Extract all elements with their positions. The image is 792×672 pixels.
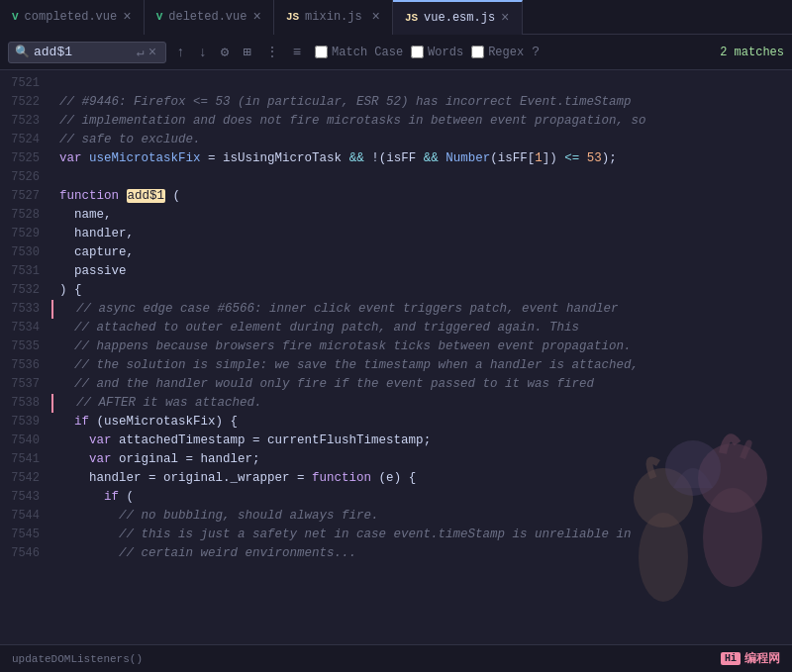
vue-icon-deleted: V	[156, 11, 163, 23]
status-right: Hi 编程网	[721, 650, 780, 667]
highlight-token: add$1	[127, 189, 166, 203]
tab-vue-esm-close[interactable]: ×	[501, 11, 509, 25]
cmt-token: // async edge case #6566: inner click ev…	[61, 302, 619, 316]
kw-token: function	[312, 471, 371, 485]
line-number-7545: 7545	[0, 526, 40, 544]
code-line-7536: // the solution is simple: we save the t…	[51, 356, 792, 375]
cmt-token: // AFTER it was attached.	[61, 396, 262, 410]
cmt-token: // safe to exclude.	[59, 133, 201, 146]
search-icon: 🔍	[15, 45, 30, 59]
vue-icon-completed: V	[12, 11, 19, 23]
line-number-7532: 7532	[0, 281, 40, 300]
line-number-7541: 7541	[0, 450, 40, 469]
fn-token: Number	[446, 151, 490, 165]
tab-completed-label: completed.vue	[25, 10, 118, 24]
line-number-7531: 7531	[0, 262, 40, 281]
line-number-7534: 7534	[0, 319, 40, 337]
line-number-7539: 7539	[0, 413, 40, 432]
tab-deleted-close[interactable]: ×	[252, 10, 260, 24]
line-number-7542: 7542	[0, 469, 40, 488]
var-name-token: original	[119, 452, 178, 466]
op-token: &&	[424, 151, 439, 165]
code-line-7541: var original = handler;	[51, 450, 792, 469]
words-checkbox[interactable]	[411, 46, 424, 58]
match-case-checkbox[interactable]	[315, 46, 328, 58]
code-line-7545: // this is just a safety net in case eve…	[51, 526, 792, 544]
search-input-wrapper: 🔍 ↵ ×	[8, 42, 166, 63]
search-settings-button[interactable]: ⚙	[217, 42, 233, 62]
cmt-token: // this is just a safety net in case eve…	[59, 528, 632, 541]
search-next-button[interactable]: ↓	[194, 43, 210, 62]
search-bar: 🔍 ↵ × ↑ ↓ ⚙ ⊞ ⋮ ≡ Match Case Words Regex…	[0, 35, 792, 70]
line-number-7533: 7533	[0, 300, 40, 319]
match-case-label: Match Case	[332, 46, 403, 59]
cmt-token: // happens because browsers fire microta…	[59, 339, 632, 353]
tab-completed[interactable]: V completed.vue ×	[0, 0, 145, 35]
search-extra-button[interactable]: ≡	[289, 43, 305, 62]
tab-mixin[interactable]: JS mixin.js ×	[274, 0, 393, 35]
cmt-token: // #9446: Firefox <= 53 (in particular, …	[59, 95, 632, 109]
line-number-7537: 7537	[0, 375, 40, 394]
code-line-7540: var attachedTimestamp = currentFlushTime…	[51, 432, 792, 450]
regex-label: Regex	[488, 46, 524, 59]
op-token: &&	[349, 151, 364, 165]
line-number-7536: 7536	[0, 356, 40, 375]
var-name-token: isFF	[386, 151, 416, 165]
line-number-7527: 7527	[0, 187, 40, 206]
status-function: updateDOMListeners()	[12, 653, 143, 665]
var-name-token: currentFlushTimestamp	[267, 433, 424, 447]
var-name-token: original	[163, 471, 223, 485]
tab-vue-esm[interactable]: JS vue.esm.js ×	[393, 0, 523, 35]
regex-checkbox[interactable]	[471, 46, 484, 58]
var-name-token: isFF	[498, 151, 528, 165]
tab-mixin-label: mixin.js	[305, 10, 362, 24]
tab-deleted[interactable]: V deleted.vue ×	[145, 0, 274, 35]
code-line-7521: ​	[51, 74, 792, 93]
status-function-label: updateDOMListeners()	[12, 653, 143, 665]
line-number-7528: 7528	[0, 206, 40, 225]
match-case-option[interactable]: Match Case	[315, 46, 403, 59]
code-line-7534: // attached to outer element during patc…	[51, 319, 792, 337]
cmt-token: // the solution is simple: we save the t…	[59, 358, 639, 372]
code-line-7531: passive	[51, 262, 792, 281]
code-line-7530: capture,	[51, 243, 792, 262]
var-name-token: attachedTimestamp	[119, 433, 246, 447]
line-numbers: 7521752275237524752575267527752875297530…	[0, 70, 51, 644]
op-token: <=	[564, 151, 579, 165]
code-line-7524: // safe to exclude.	[51, 131, 792, 149]
var-name-token: handler	[201, 452, 253, 466]
line-number-7546: 7546	[0, 544, 40, 563]
search-matches: 2 matches	[720, 46, 784, 59]
tab-vue-esm-label: vue.esm.js	[424, 11, 495, 25]
kw-token: if	[104, 490, 119, 504]
search-input[interactable]	[34, 45, 133, 59]
search-filter-button[interactable]: ⊞	[239, 42, 254, 62]
num-token: 53	[587, 151, 602, 165]
line-number-7524: 7524	[0, 131, 40, 149]
search-prev-button[interactable]: ↑	[172, 43, 188, 62]
tab-mixin-close[interactable]: ×	[371, 10, 379, 24]
regex-help: ?	[532, 45, 540, 59]
code-line-7532: ) {	[51, 281, 792, 300]
code-line-7526: ​	[51, 168, 792, 187]
var-name-token: handler	[89, 471, 142, 485]
js-icon-vue-esm: JS	[405, 12, 418, 24]
brand-logo: Hi 编程网	[721, 650, 780, 667]
search-clear-button[interactable]: ×	[148, 45, 156, 60]
tab-deleted-label: deleted.vue	[168, 10, 247, 24]
var-name-token: useMicrotaskFix	[104, 415, 216, 429]
kw-token: if	[74, 415, 89, 429]
code-area: 7521752275237524752575267527752875297530…	[0, 70, 792, 644]
var-name-token: isUsingMicroTask	[223, 151, 342, 165]
words-option[interactable]: Words	[411, 46, 463, 59]
code-line-7537: // and the handler would only fire if th…	[51, 375, 792, 394]
tab-completed-close[interactable]: ×	[123, 10, 131, 24]
code-line-7522: // #9446: Firefox <= 53 (in particular, …	[51, 93, 792, 112]
fn-token: useMicrotaskFix	[89, 151, 201, 165]
kw-token: var	[59, 151, 82, 165]
brand-name: 编程网	[744, 650, 780, 667]
regex-option[interactable]: Regex	[471, 46, 524, 59]
line-number-7525: 7525	[0, 149, 40, 168]
code-line-7535: // happens because browsers fire microta…	[51, 337, 792, 356]
search-more-button[interactable]: ⋮	[261, 42, 283, 62]
